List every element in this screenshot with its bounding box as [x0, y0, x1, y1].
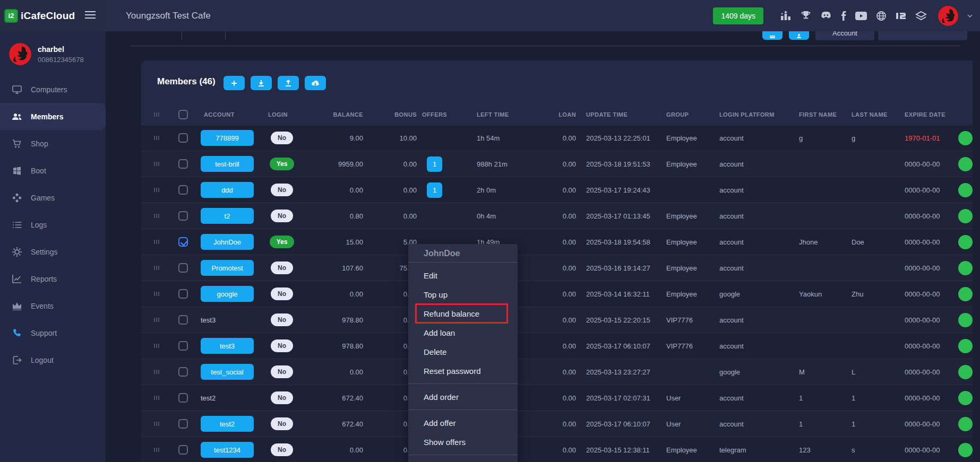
menu-item-add-loan[interactable]: Add loan	[408, 323, 518, 342]
row-checkbox[interactable]	[178, 367, 188, 377]
row-drag-handle[interactable]	[154, 385, 168, 411]
row-checkbox[interactable]	[178, 393, 188, 403]
sidebar-item-boot[interactable]: Boot	[0, 157, 106, 184]
toolbar-add-member-button[interactable]	[789, 31, 809, 40]
offers-button[interactable]: 1	[427, 182, 442, 198]
sidebar-item-games[interactable]: Games	[0, 184, 106, 211]
toolbar-list-button[interactable]	[762, 31, 783, 40]
expire-date-value: 0000-00-00	[905, 177, 958, 203]
row-checkbox[interactable]	[178, 445, 188, 455]
offers-button[interactable]: 1	[427, 156, 442, 172]
menu-item-edit[interactable]: Edit	[408, 266, 518, 285]
account-button[interactable]: JohnDoe	[201, 234, 254, 250]
account-button[interactable]: google	[201, 286, 254, 302]
account-button[interactable]: test_social	[201, 364, 254, 380]
select-all-checkbox[interactable]	[178, 104, 191, 125]
account-button[interactable]: test3	[201, 338, 254, 354]
login-platform-value: account	[719, 229, 794, 255]
row-drag-handle[interactable]	[154, 281, 168, 307]
menu-item-reset-password[interactable]: Reset password	[408, 361, 518, 380]
row-checkbox[interactable]	[178, 341, 188, 351]
icafecloud-icon[interactable]	[896, 11, 906, 21]
loan-value: 0.00	[523, 281, 576, 307]
youngzsoft-icon[interactable]	[915, 11, 927, 21]
row-drag-handle[interactable]	[154, 125, 168, 151]
row-checkbox[interactable]	[178, 211, 188, 221]
enabled-indicator	[958, 183, 973, 197]
sidebar-item-label: Reports	[31, 275, 57, 283]
profile-avatar[interactable]	[9, 43, 31, 65]
facebook-icon[interactable]	[841, 11, 846, 21]
account-filter-dropdown[interactable]: Account	[815, 31, 874, 40]
menu-item-show-offers[interactable]: Show offers	[408, 432, 518, 451]
days-remaining-button[interactable]: 1409 days	[713, 7, 763, 24]
row-drag-handle[interactable]	[154, 177, 168, 203]
row-checkbox[interactable]	[178, 289, 188, 299]
row-drag-handle[interactable]	[154, 229, 168, 255]
menu-item-refund-balance[interactable]: Refund balance	[408, 304, 518, 323]
vertical-scrollbar[interactable]	[973, 60, 980, 462]
brand-zone: i2 iCafeCloud	[0, 0, 106, 31]
sidebar-item-reports[interactable]: Reports	[0, 265, 106, 292]
row-drag-handle[interactable]	[154, 307, 168, 333]
menu-item-add-order[interactable]: Add order	[408, 387, 518, 406]
row-checkbox[interactable]	[178, 315, 188, 325]
sidebar-item-logs[interactable]: Logs	[0, 211, 106, 238]
enabled-indicator	[958, 235, 973, 249]
logout-icon	[11, 354, 23, 366]
cloud-button[interactable]	[305, 76, 326, 90]
sidebar-item-events[interactable]: Events	[0, 292, 106, 319]
row-drag-handle[interactable]	[154, 333, 168, 359]
row-drag-handle[interactable]	[154, 151, 168, 177]
search-filter-dropdown[interactable]	[878, 31, 967, 40]
sidebar-item-shop[interactable]: Shop	[0, 130, 106, 157]
download-button[interactable]	[251, 76, 272, 90]
row-checkbox[interactable]	[178, 133, 188, 143]
login-platform-value: account	[719, 333, 794, 359]
youtube-icon[interactable]	[855, 12, 867, 20]
account-button[interactable]: ddd	[201, 182, 254, 198]
row-drag-handle[interactable]	[154, 437, 168, 462]
row-drag-handle[interactable]	[154, 255, 168, 281]
discord-icon[interactable]	[820, 11, 832, 20]
trophy-icon[interactable]	[801, 11, 811, 21]
row-checkbox[interactable]	[178, 185, 188, 195]
globe-icon[interactable]	[876, 11, 887, 21]
menu-item-top-up[interactable]: Top up	[408, 285, 518, 304]
account-button[interactable]: t2	[201, 208, 254, 224]
table-row: t2 No 0.80 0.00 0h 4m 0.00 2025-03-17 01…	[141, 203, 980, 229]
chevron-down-icon[interactable]	[967, 14, 973, 18]
menu-item-event-logs[interactable]: Event logs	[408, 458, 518, 462]
context-menu-title: JohnDoe	[408, 244, 518, 263]
row-checkbox[interactable]	[178, 159, 188, 169]
account-button[interactable]: test-brill	[201, 156, 254, 172]
user-avatar[interactable]	[938, 6, 958, 26]
table-body: 778899 No 9.00 10.00 1h 54m 0.00 2025-03…	[141, 125, 980, 462]
sidebar-item-logout[interactable]: Logout	[0, 346, 106, 373]
upload-button[interactable]	[278, 76, 299, 90]
row-drag-handle[interactable]	[154, 203, 168, 229]
plus-button[interactable]	[223, 76, 245, 90]
table-row: ddd No 0.00 0.00 1 2h 0m 0.00 2025-03-17…	[141, 177, 980, 203]
row-checkbox[interactable]	[178, 263, 188, 273]
header-group: GROUP	[666, 104, 717, 125]
menu-item-add-offer[interactable]: Add offer	[408, 413, 518, 432]
account-button[interactable]: test2	[201, 416, 254, 432]
row-checkbox[interactable]	[178, 237, 188, 247]
sidebar-item-settings[interactable]: Settings	[0, 238, 106, 265]
account-button[interactable]: test1234	[201, 442, 254, 458]
sidebar-item-computers[interactable]: Computers	[0, 76, 106, 103]
row-drag-handle[interactable]	[154, 411, 168, 437]
row-checkbox[interactable]	[178, 419, 188, 429]
sidebar-item-members[interactable]: Members	[0, 103, 106, 130]
hamburger-menu-icon[interactable]	[84, 11, 96, 21]
sidebar-item-support[interactable]: Support	[0, 319, 106, 346]
table-row: google No 0.00 0.00 0.00 2025-03-14 16:3…	[141, 281, 980, 307]
context-menu-group: Add offerShow offers	[408, 410, 518, 455]
ranking-icon[interactable]	[780, 11, 792, 21]
menu-item-delete[interactable]: Delete	[408, 342, 518, 361]
account-button[interactable]: 778899	[201, 130, 254, 146]
account-button[interactable]: Promotest	[201, 260, 254, 276]
table-row: test3 No 978.80 0.00 0.00 2025-03-15 22:…	[141, 307, 980, 333]
row-drag-handle[interactable]	[154, 359, 168, 385]
